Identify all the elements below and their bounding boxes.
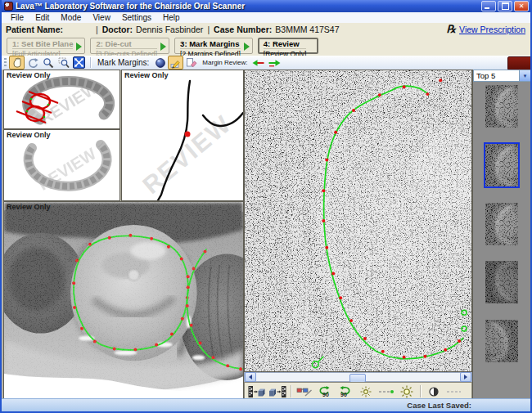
scroll-right-icon[interactable] <box>460 372 471 382</box>
eraser-icon <box>186 57 197 69</box>
menu-edit[interactable]: Edit <box>29 13 55 22</box>
contrast-icon <box>428 386 440 397</box>
fit-view-button[interactable] <box>71 56 87 70</box>
hand-icon <box>11 57 23 69</box>
menu-help[interactable]: Help <box>157 13 186 22</box>
lower-arch-view[interactable]: Review Only REVIEW <box>3 129 120 201</box>
scan-thumbnail-3[interactable] <box>485 203 518 245</box>
toolbar-separator <box>420 385 421 397</box>
patient-info-bar: Patient Name: | Doctor: Dennis Fasbinder… <box>2 23 530 37</box>
workspace: Review Only REVIEW Review Only REVIEW <box>2 70 530 401</box>
toolbar-separator <box>291 385 291 397</box>
mark-margins-label: Mark Margins: <box>97 58 149 67</box>
status-bar: Case Last Saved: <box>2 398 530 411</box>
toolbar-grip[interactable] <box>4 58 7 68</box>
doctor-value: Dennis Fasbinder <box>136 25 203 34</box>
fit-view-icon <box>73 56 85 69</box>
scan-thumbnail-4[interactable] <box>485 261 518 303</box>
scan-thumbnail-1[interactable] <box>485 85 518 128</box>
red-indicator-block <box>507 56 532 70</box>
step-arrow-icon <box>76 43 82 51</box>
erase-margin-button[interactable] <box>183 56 199 70</box>
brightness-low-button[interactable] <box>356 384 376 400</box>
menu-mode[interactable]: Mode <box>55 13 87 22</box>
stereo-glasses-icon <box>296 385 313 398</box>
app-icon <box>4 2 13 11</box>
zoom-region-button[interactable] <box>56 56 71 70</box>
menu-file[interactable]: File <box>5 13 29 22</box>
minimize-icon[interactable] <box>481 1 496 11</box>
model-to-film-button[interactable] <box>268 384 287 400</box>
tab-set-bite-plane[interactable]: 1: Set Bite Plane [Full Articulator] <box>7 38 85 54</box>
slider-dashes-icon <box>446 388 462 396</box>
step-arrow-icon <box>244 43 250 51</box>
case-last-saved-label: Case Last Saved: <box>407 401 471 410</box>
prev-margin-icon <box>252 58 265 68</box>
contrast-button[interactable] <box>424 384 444 400</box>
rx-icon: ℞ <box>446 23 456 36</box>
maximize-icon[interactable] <box>498 1 512 11</box>
separator: | <box>207 25 210 34</box>
rotate-90-icon: 90 <box>318 385 332 398</box>
close-icon[interactable]: ✕ <box>514 1 529 11</box>
magnifier-region-icon <box>58 57 70 69</box>
scan-thumbnail-2-selected[interactable] <box>485 144 518 186</box>
view-toolbar: Mark Margins: Margin Review: <box>2 56 530 70</box>
sphere-icon <box>155 57 166 69</box>
rotate90-label: 90 <box>322 392 329 397</box>
rotate-icon <box>27 57 38 69</box>
slider-dashes-icon <box>378 388 394 396</box>
brightness-icon <box>360 386 372 397</box>
chevron-down-icon[interactable]: ▼ <box>519 70 530 81</box>
rotate-90-cw-button[interactable]: 90 <box>336 384 355 400</box>
case-number-label: Case Number: <box>214 25 272 34</box>
scan-thumbnail-5[interactable] <box>485 320 518 362</box>
doctor-label: Doctor: <box>102 25 133 34</box>
step-arrow-icon <box>160 43 166 51</box>
zoom-button[interactable] <box>40 56 56 70</box>
review-only-label: Review Only <box>124 71 169 79</box>
pan-hand-button[interactable] <box>9 56 25 70</box>
brightness-slider[interactable] <box>376 384 396 400</box>
model-3d-view[interactable]: Review Only <box>3 201 244 401</box>
brightness-icon <box>400 385 413 398</box>
scan-thumbnail-sidebar: Top 5 ▼ <box>472 70 531 401</box>
thumbnail-filter-value: Top 5 <box>476 71 519 80</box>
previous-margin-button[interactable] <box>251 56 267 70</box>
rotate90-label: 90 <box>340 392 347 397</box>
tab-review[interactable]: 4: Review [Review Only] <box>258 38 318 54</box>
title-bar[interactable]: Lava™ Laboratory Software for the Chairs… <box>2 0 530 12</box>
margin-profile-view[interactable]: Review Only REVIEW <box>121 70 244 201</box>
scroll-left-icon[interactable] <box>245 372 256 382</box>
menu-settings[interactable]: Settings <box>116 13 157 22</box>
review-only-label: Review Only <box>7 203 51 211</box>
film-to-model-button[interactable] <box>247 384 267 400</box>
menu-bar: File Edit Mode View Settings Help <box>2 12 530 24</box>
review-only-label: Review Only <box>7 71 51 79</box>
patient-name-label: Patient Name: <box>6 25 92 34</box>
next-margin-button[interactable] <box>267 56 282 70</box>
tab-mark-margins[interactable]: 3: Mark Margins [2 Margins Defined] <box>174 38 253 54</box>
rotate-90-ccw-button[interactable]: 90 <box>315 384 335 400</box>
margin-profile-image: REVIEW <box>122 70 243 200</box>
film-to-model-icon <box>248 385 266 398</box>
stereo-view-button[interactable] <box>295 384 314 400</box>
rotate-view-button[interactable] <box>25 56 40 70</box>
separator: | <box>96 25 98 34</box>
application-window: Lava™ Laboratory Software for the Chairs… <box>0 0 532 413</box>
pencil-icon <box>170 57 182 69</box>
scan-detail-view[interactable] <box>244 70 472 372</box>
workflow-steps: 1: Set Bite Plane [Full Articulator] 2: … <box>2 36 530 56</box>
contrast-slider[interactable] <box>444 384 464 400</box>
window-title: Lava™ Laboratory Software for the Chairs… <box>16 2 245 11</box>
brightness-high-button[interactable] <box>397 384 417 400</box>
margin-sphere-button[interactable] <box>152 56 168 70</box>
menu-view[interactable]: View <box>87 13 116 22</box>
upper-arch-view[interactable]: Review Only REVIEW <box>3 70 120 129</box>
tab-die-cut[interactable]: 2: Die-cut [3 Die-cuts Defined] <box>90 38 169 54</box>
magnifier-icon <box>43 57 54 69</box>
draw-margin-button[interactable] <box>168 56 183 70</box>
view-prescription-link[interactable]: View Prescription <box>459 25 525 34</box>
thumbnail-filter-dropdown[interactable]: Top 5 ▼ <box>473 70 531 82</box>
scan-horizontal-scrollbar[interactable] <box>244 372 472 382</box>
